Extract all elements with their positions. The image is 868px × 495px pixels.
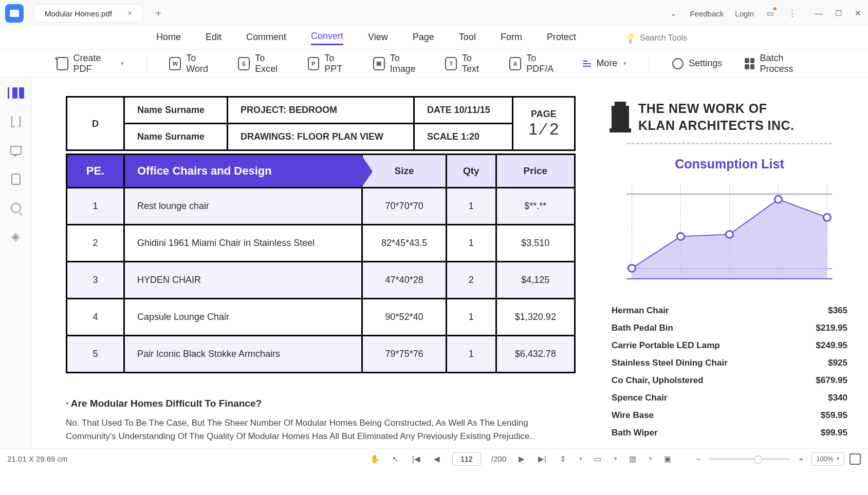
bookmark-icon <box>11 116 21 127</box>
search-panel-button[interactable] <box>9 202 23 214</box>
word-icon: W <box>169 57 181 70</box>
layers-panel-button[interactable]: ◈ <box>9 231 23 243</box>
create-pdf-button[interactable]: Create PDF▾ <box>57 53 124 74</box>
bookmarks-panel-button[interactable] <box>9 116 23 128</box>
attachments-panel-button[interactable] <box>9 173 23 185</box>
side-nav: ◈ <box>0 78 32 448</box>
zoom-out-button[interactable]: − <box>693 454 704 464</box>
menu-page[interactable]: Page <box>413 32 434 45</box>
to-image-button[interactable]: ▣To Image <box>373 53 422 74</box>
chevron-down-icon: ▾ <box>121 60 124 67</box>
cell-qty: 2 <box>447 262 496 299</box>
select-tool-icon[interactable]: ↖ <box>391 454 401 464</box>
page-total: /200 <box>491 454 506 463</box>
price-value: $925 <box>828 358 847 368</box>
thumbnails-panel-button[interactable] <box>9 87 23 99</box>
view-mode-icon[interactable]: ▥ <box>627 454 638 464</box>
items-table: PE. Office Chairs and Design Size Qty Pr… <box>66 154 576 373</box>
name-surname-1: Name Surname <box>124 97 228 124</box>
architects-header: THE NEW WORK OF KLAN ARCHITECTS INC. <box>612 100 847 134</box>
menu-form[interactable]: Form <box>501 32 522 45</box>
chart-svg <box>612 184 847 287</box>
chevron-down-icon[interactable]: ⌄ <box>668 8 678 18</box>
next-page-button[interactable]: ▶ <box>516 454 527 464</box>
zoom-slider[interactable] <box>709 458 791 460</box>
cell-qty: 1 <box>447 336 496 373</box>
document-tab[interactable]: Modular Homes.pdf × <box>34 4 143 23</box>
first-page-button[interactable]: |◀ <box>411 454 421 464</box>
cell-size: 90*52*40 <box>362 299 447 336</box>
cell-pe: 4 <box>67 299 124 336</box>
excel-icon: E <box>238 57 250 70</box>
bulb-icon: 💡 <box>624 33 635 43</box>
reading-mode-icon[interactable]: ▣ <box>662 454 673 464</box>
notification-icon[interactable]: ▭ <box>765 8 775 18</box>
table-row: 1 Rest lounge chair 70*70*70 1 $**.** <box>67 188 575 225</box>
price-name: Carrie Portable LED Lamp <box>612 340 720 351</box>
minimize-button[interactable]: — <box>814 9 824 18</box>
faq-answer: No. That Used To Be The Case, But The Sh… <box>66 416 576 444</box>
cell-pe: 2 <box>67 225 124 262</box>
to-excel-button[interactable]: ETo Excel <box>238 53 285 74</box>
zoom-percent[interactable]: 100%▾ <box>811 452 844 466</box>
name-surname-2: Name Surname <box>124 124 228 150</box>
cell-price: $3,510 <box>496 225 575 262</box>
price-list: Herman Chair$365Bath Pedal Bin$219.95Car… <box>612 302 847 442</box>
to-pdfa-button[interactable]: ATo PDF/A <box>509 53 560 74</box>
price-value: $249.95 <box>816 340 847 351</box>
gear-icon <box>672 58 684 69</box>
price-name: Wire Base <box>612 410 654 421</box>
maximize-button[interactable]: ☐ <box>833 9 843 18</box>
comment-icon <box>10 146 22 155</box>
price-row: Stainless Steel Dining Chair$925 <box>612 354 847 372</box>
image-icon: ▣ <box>373 57 385 70</box>
search-icon <box>11 203 21 213</box>
more-button[interactable]: More▾ <box>583 58 626 69</box>
table-row: 5 Pair Iconic Black Stokke Armchairs 79*… <box>67 336 575 373</box>
cell-size: 82*45*43.5 <box>362 225 447 262</box>
login-link[interactable]: Login <box>735 9 754 18</box>
cell-name: Pair Iconic Black Stokke Armchairs <box>124 336 362 373</box>
to-text-button[interactable]: TTo Text <box>445 53 487 74</box>
fit-page-icon[interactable]: ▭ <box>593 454 603 464</box>
menu-bar: Home Edit Comment Convert View Page Tool… <box>0 27 868 49</box>
menu-tool[interactable]: Tool <box>459 32 476 45</box>
tab-title: Modular Homes.pdf <box>45 9 112 18</box>
page-number-input[interactable] <box>452 452 481 466</box>
tab-close-icon[interactable]: × <box>127 9 132 18</box>
close-button[interactable]: ✕ <box>853 9 863 18</box>
price-row: Spence Chair$340 <box>612 389 847 407</box>
zoom-in-button[interactable]: + <box>796 454 806 464</box>
menu-edit[interactable]: Edit <box>206 32 221 45</box>
price-row: Co Chair, Upholstered$679.95 <box>612 372 847 389</box>
price-name: Spence Chair <box>612 393 668 403</box>
hand-tool-icon[interactable]: ✋ <box>370 454 380 464</box>
feedback-link[interactable]: Feedback <box>690 9 724 18</box>
more-icon <box>583 61 591 67</box>
menu-comment[interactable]: Comment <box>246 32 286 45</box>
cell-name: Capsule Lounge Chair <box>124 299 362 336</box>
fit-width-icon[interactable]: ⇕ <box>558 454 568 464</box>
faq-section: · Are Modular Homes Difficult To Finance… <box>66 398 576 444</box>
cell-qty: 1 <box>447 299 496 336</box>
chevron-down-icon: ▾ <box>623 60 626 67</box>
cell-name: HYDEN CHAIR <box>124 262 362 299</box>
to-word-button[interactable]: WTo Word <box>169 53 215 74</box>
to-ppt-button[interactable]: PTo PPT <box>308 53 350 74</box>
menu-home[interactable]: Home <box>156 32 181 45</box>
batch-process-button[interactable]: Batch Process <box>745 53 811 74</box>
menu-convert[interactable]: Convert <box>311 31 343 45</box>
menu-view[interactable]: View <box>368 32 388 45</box>
search-tools-input[interactable] <box>640 33 712 43</box>
comments-panel-button[interactable] <box>9 144 23 157</box>
menu-protect[interactable]: Protect <box>547 32 576 45</box>
fullscreen-icon[interactable] <box>849 453 861 465</box>
settings-button[interactable]: Settings <box>672 58 722 69</box>
prev-page-button[interactable]: ◀ <box>432 454 442 464</box>
new-tab-button[interactable]: + <box>155 8 161 20</box>
kebab-menu-icon[interactable]: ⋮ <box>787 8 797 18</box>
price-row: Herman Chair$365 <box>612 302 847 319</box>
date-label: DATE 10/11/15 <box>414 97 513 124</box>
last-page-button[interactable]: ▶| <box>537 454 547 464</box>
svg-point-7 <box>629 264 636 272</box>
